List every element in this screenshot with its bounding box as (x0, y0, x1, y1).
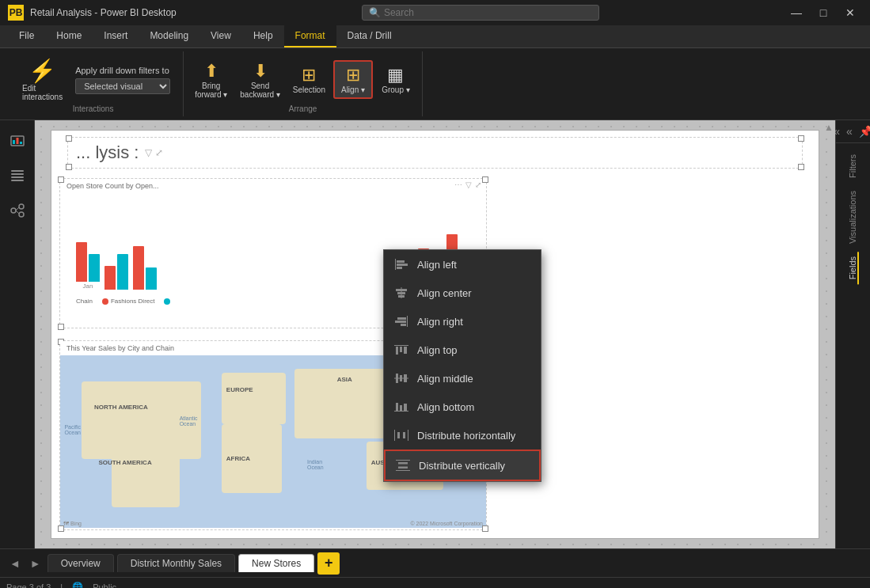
interactions-top: ⚡ Editinteractions Apply drill down filt… (16, 55, 170, 104)
selection-label: Selection (293, 85, 325, 94)
tab-data-drill[interactable]: Data / Drill (336, 25, 403, 47)
status-divider: | (60, 582, 63, 589)
distribute-horizontally-label: Distribute horizontally (417, 430, 515, 442)
resize-handle-bl (66, 164, 72, 170)
distribute-vertically-item[interactable]: Distribute vertically (384, 450, 541, 481)
resize-handle-br (798, 164, 804, 170)
legend-fashions-label: Fashions Direct (111, 298, 155, 305)
distribute-vertically-icon (395, 457, 411, 473)
svg-rect-4 (11, 170, 24, 172)
fields-tab[interactable]: Fields (848, 252, 859, 284)
map-na-label: NORTH AMERICA (94, 404, 148, 411)
send-backward-label: Sendbackward ▾ (240, 82, 280, 99)
bring-forward-button[interactable]: ⬆ Bringforward ▾ (190, 58, 232, 102)
align-middle-icon (393, 370, 409, 386)
align-center-item[interactable]: Align center (384, 279, 541, 307)
tab-view[interactable]: View (199, 25, 242, 47)
svg-rect-40 (403, 432, 405, 438)
svg-rect-42 (396, 470, 410, 471)
resize-handle-map-bl (58, 525, 64, 532)
distribute-horizontally-item[interactable]: Distribute horizontally (384, 421, 541, 450)
tab-district-monthly-sales[interactable]: District Monthly Sales (117, 554, 235, 572)
nav-model[interactable] (3, 196, 32, 225)
collapse-btn[interactable]: « (843, 123, 856, 139)
align-bottom-icon (393, 399, 409, 415)
scroll-up-btn[interactable]: ▲ (824, 122, 834, 133)
svg-rect-15 (397, 264, 408, 266)
align-top-item[interactable]: Align top (384, 336, 541, 364)
tab-file[interactable]: File (8, 25, 45, 47)
align-left-item[interactable]: Align left (384, 250, 541, 279)
expand-icon-title: ⤢ (155, 147, 163, 158)
bar-label-jan: Jan (83, 283, 93, 290)
svg-rect-28 (404, 347, 407, 354)
search-box[interactable]: 🔍 (362, 5, 599, 21)
svg-rect-43 (398, 462, 408, 465)
report-title: ... lysis : (68, 142, 139, 163)
resize-handle-chart-tl (58, 176, 64, 183)
visualizations-tab[interactable]: Visualizations (848, 186, 859, 248)
nav-report[interactable] (3, 127, 32, 155)
tab-help[interactable]: Help (242, 25, 284, 47)
align-middle-item[interactable]: Align middle (384, 364, 541, 393)
app-title: Retail Analysis - Power BI Desktop (30, 7, 177, 18)
align-left-label: Align left (417, 259, 457, 271)
next-page-btn[interactable]: ► (27, 556, 44, 571)
distribute-horizontally-icon (393, 427, 409, 443)
tab-format[interactable]: Format (284, 25, 336, 47)
tab-insert[interactable]: Insert (93, 25, 139, 47)
nav-data[interactable] (3, 161, 32, 190)
add-page-button[interactable]: + (317, 552, 340, 575)
right-panel-collapse-buttons: « « 📌 (836, 120, 870, 143)
group-button[interactable]: ▦ Group ▾ (376, 62, 416, 97)
tab-home[interactable]: Home (45, 25, 93, 47)
svg-rect-30 (396, 374, 398, 383)
group-label: Group ▾ (382, 85, 410, 94)
svg-point-10 (19, 212, 24, 217)
edit-interactions-button[interactable]: ⚡ Editinteractions (16, 55, 69, 104)
pin-btn[interactable]: 📌 (856, 123, 870, 139)
selection-button[interactable]: ⊞ Selection (288, 62, 330, 97)
microsoft-credit: © 2022 Microsoft Corporation (410, 521, 483, 526)
svg-rect-6 (11, 176, 24, 178)
tab-overview[interactable]: Overview (47, 554, 114, 572)
legend-fashions-dot (102, 298, 108, 305)
align-button[interactable]: ⊞ Align ▾ (333, 60, 373, 99)
svg-point-8 (11, 208, 16, 213)
map-asia-label: ASIA (337, 376, 352, 383)
bar-jan-red (76, 242, 87, 282)
align-top-icon (393, 342, 409, 358)
svg-point-9 (19, 204, 24, 209)
search-input[interactable] (384, 7, 592, 18)
chart-actions: ⋯ ▽ ⤢ (454, 180, 481, 189)
close-button[interactable]: ✕ (838, 5, 862, 21)
drill-filters-select[interactable]: Selected visual (75, 78, 170, 94)
align-bottom-item[interactable]: Align bottom (384, 393, 541, 421)
maximize-button[interactable]: □ (811, 5, 835, 21)
visibility-label: Public (93, 582, 116, 589)
bar-jan-teal (89, 254, 100, 282)
filter-icon-title: ▽ (145, 147, 152, 158)
title-container: ... lysis : ▽ ⤢ (67, 137, 803, 169)
bottom-bar: ◄ ► Overview District Monthly Sales New … (0, 548, 870, 577)
filters-tab[interactable]: Filters (848, 150, 859, 183)
svg-rect-22 (397, 317, 406, 320)
arrange-group-content: ⬆ Bringforward ▾ ⬇ Sendbackward ▾ ⊞ Sele… (190, 55, 416, 104)
prev-page-btn[interactable]: ◄ (6, 556, 24, 571)
bar-3-red (133, 246, 144, 290)
map-europe (222, 373, 286, 424)
send-backward-button[interactable]: ⬇ Sendbackward ▾ (235, 58, 285, 102)
align-center-icon (393, 285, 409, 301)
svg-rect-2 (16, 138, 18, 144)
arrange-group: ⬆ Bringforward ▾ ⬇ Sendbackward ▾ ⊞ Sele… (184, 51, 423, 116)
svg-rect-27 (400, 347, 402, 352)
tab-new-stores[interactable]: New Stores (238, 554, 314, 572)
ribbon-content: ⚡ Editinteractions Apply drill down filt… (0, 48, 870, 120)
resize-handle-chart-bl (58, 324, 64, 330)
minimize-button[interactable]: — (785, 5, 808, 21)
align-center-label: Align center (417, 287, 472, 299)
bing-maps-credit: 🗺 Bing (63, 521, 82, 526)
align-right-item[interactable]: Align right (384, 307, 541, 336)
align-label: Align ▾ (341, 85, 365, 94)
tab-modeling[interactable]: Modeling (139, 25, 199, 47)
